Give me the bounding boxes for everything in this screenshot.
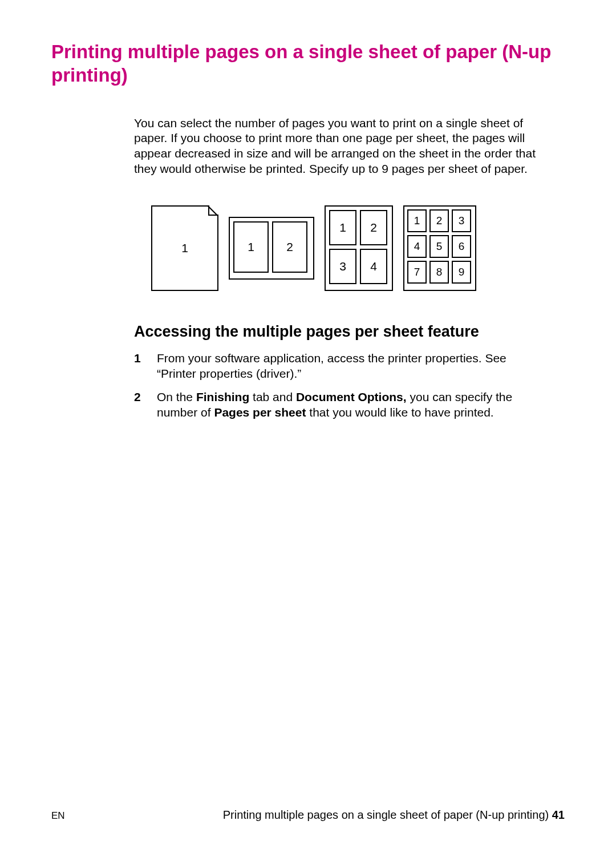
cell-label: 4 [360,249,387,284]
cell-label: 1 [181,241,188,255]
sheet-1up: 1 [151,205,218,291]
page-number: 41 [552,808,565,821]
footer-title: Printing multiple pages on a single shee… [223,808,565,822]
intro-paragraph: You can select the number of pages you w… [134,116,536,177]
page-title: Printing multiple pages on a single shee… [51,40,565,87]
cell-label: 2 [429,209,449,232]
step-2: 2 On the Finishing tab and Document Opti… [134,390,536,421]
step-text: On the Finishing tab and Document Option… [157,390,536,421]
cell-label: 3 [452,209,471,232]
cell-label: 9 [452,261,471,284]
cell-label: 2 [272,221,307,273]
section-heading: Accessing the multiple pages per sheet f… [134,322,536,341]
cell-label: 1 [329,210,356,245]
page-content: Printing multiple pages on a single shee… [0,0,616,853]
step-number: 2 [134,390,157,421]
nup-diagram: 1 1 2 1 2 3 4 [151,205,536,291]
cell-label: 6 [452,235,471,258]
step-1: 1 From your software application, access… [134,351,536,382]
step-number: 1 [134,351,157,382]
page-footer: EN Printing multiple pages on a single s… [51,808,565,822]
cell-label: 3 [329,249,356,284]
sheet-2up: 1 2 [229,217,314,280]
body-column: You can select the number of pages you w… [134,116,536,421]
step-text: From your software application, access t… [157,351,536,382]
dogear-fold-icon [208,205,218,216]
cell-label: 5 [429,235,449,258]
cell-label: 2 [360,210,387,245]
cell-label: 4 [407,235,427,258]
sheet-4up: 1 2 3 4 [325,205,393,291]
cell-label: 8 [429,261,449,284]
cell-label: 1 [233,221,269,273]
sheet-9up: 1 2 3 4 5 6 7 8 9 [403,205,476,291]
footer-lang: EN [51,810,65,822]
cell-label: 1 [407,209,427,232]
cell-label: 7 [407,261,427,284]
